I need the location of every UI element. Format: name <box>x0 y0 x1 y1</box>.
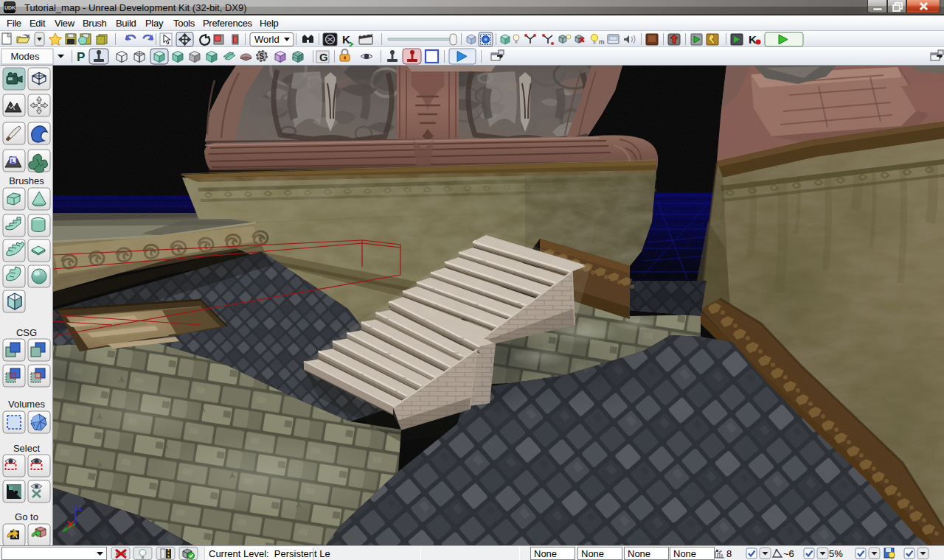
svg-text:CSG: CSG <box>16 327 37 338</box>
svg-text:K: K <box>749 33 757 46</box>
svg-text:8: 8 <box>726 548 732 559</box>
svg-text:Brushes: Brushes <box>9 175 44 186</box>
svg-text:m: m <box>599 38 605 46</box>
svg-text:G: G <box>319 51 328 63</box>
svg-text:L: L <box>11 158 15 164</box>
svg-text:Select: Select <box>13 443 41 454</box>
svg-text:~6: ~6 <box>783 548 794 559</box>
svg-text:Modes: Modes <box>10 51 40 62</box>
svg-text:5%: 5% <box>829 548 843 559</box>
svg-text:S: S <box>260 52 265 60</box>
svg-text:Go to: Go to <box>15 511 38 522</box>
svg-text:World: World <box>254 34 280 45</box>
svg-text:P: P <box>77 50 85 64</box>
svg-text:K: K <box>342 33 350 46</box>
svg-text:Volumes: Volumes <box>8 399 45 410</box>
